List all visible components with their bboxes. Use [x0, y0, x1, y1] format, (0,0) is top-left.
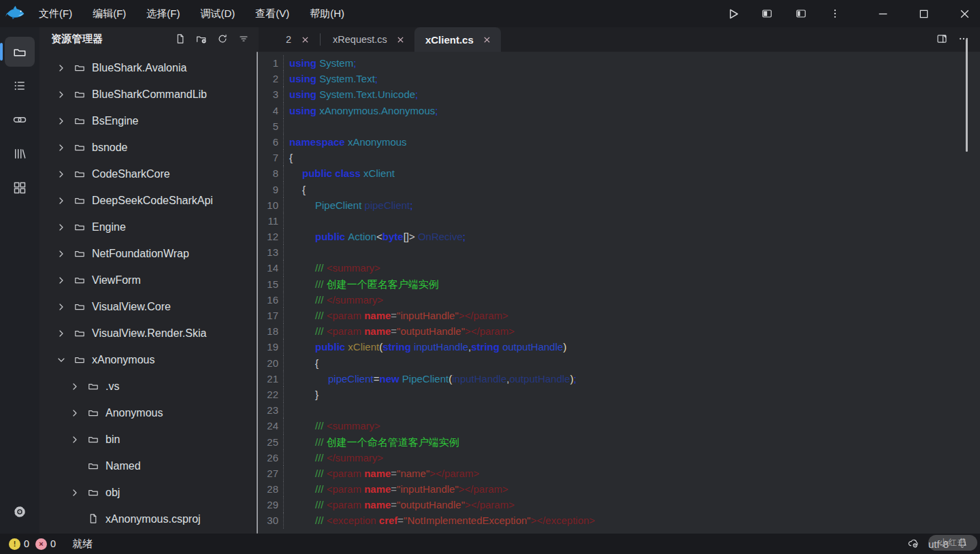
maximize-button[interactable]	[908, 0, 939, 27]
tree-item-bsengine[interactable]: BsEngine	[39, 108, 259, 134]
more-actions-icon[interactable]	[823, 3, 847, 24]
chevron-right-icon[interactable]	[56, 195, 67, 206]
new-folder-icon[interactable]	[193, 31, 210, 47]
layout-panel-icon[interactable]	[789, 3, 813, 24]
tab-xclient.cs[interactable]: xClient.cs	[414, 27, 501, 52]
menu-bar: 文件(F)编辑(F)选择(F)调试(D)查看(V)帮助(H)	[29, 0, 355, 27]
menu-item[interactable]: 文件(F)	[29, 0, 82, 27]
chevron-right-icon[interactable]	[56, 275, 67, 286]
chevron-right-icon[interactable]	[56, 169, 67, 180]
code-line: 5	[259, 118, 980, 134]
split-editor-icon[interactable]	[936, 33, 949, 46]
tree-item-bsnode[interactable]: bsnode	[39, 134, 259, 161]
tab-close-icon[interactable]	[299, 34, 310, 45]
tab-close-icon[interactable]	[395, 34, 406, 45]
chevron-right-icon[interactable]	[56, 222, 67, 233]
tree-item-visualview.core[interactable]: VisualView.Core	[39, 293, 259, 320]
chevron-down-icon[interactable]	[56, 355, 67, 365]
titlebar: 文件(F)编辑(F)选择(F)调试(D)查看(V)帮助(H)	[0, 0, 980, 27]
code-viewport[interactable]: 1using System;2using System.Text;3using …	[259, 52, 980, 534]
chevron-right-icon[interactable]	[56, 116, 67, 127]
active-indicator	[0, 43, 3, 61]
tree-item-.vs[interactable]: .vs	[39, 373, 259, 400]
settings-gear-icon[interactable]	[5, 497, 35, 527]
menu-item[interactable]: 选择(F)	[136, 0, 190, 27]
tree-item-xanonymous.csproj[interactable]: xAnonymous.csproj	[39, 506, 259, 532]
activity-outline-icon[interactable]	[5, 71, 35, 101]
folder-icon	[88, 407, 99, 419]
tree-item-bluesharkcommandlib[interactable]: BlueSharkCommandLib	[39, 81, 259, 108]
chevron-right-icon[interactable]	[69, 487, 80, 498]
chevron-right-icon[interactable]	[56, 142, 67, 153]
activity-extensions-icon[interactable]	[5, 173, 35, 203]
line-number: 19	[259, 339, 284, 355]
folder-icon	[74, 88, 86, 100]
line-content: /// </summary>	[284, 450, 383, 466]
folder-icon	[88, 380, 99, 392]
tree-item-bin[interactable]: bin	[39, 426, 259, 453]
tree-item-codesharkcore[interactable]: CodeSharkCore	[39, 161, 259, 187]
status-bar: ! 0 × 0 就绪 utf-8 小红书	[0, 534, 980, 554]
tree-item-named[interactable]: Named	[39, 453, 259, 479]
menu-item[interactable]: 帮助(H)	[299, 0, 355, 27]
tab-bar: 2xRequest.csxClient.cs	[259, 27, 980, 52]
tree-item-label: BlueShark.Avalonia	[92, 62, 186, 74]
tree-item-label: NetFoundationWrap	[92, 248, 189, 260]
sidebar-title: 资源管理器	[51, 33, 103, 46]
activity-library-icon[interactable]	[5, 139, 35, 169]
run-button[interactable]	[721, 3, 745, 24]
tree-item-visualview.render.skia[interactable]: VisualView.Render.Skia	[39, 320, 259, 346]
chevron-right-icon[interactable]	[56, 248, 67, 259]
tree-item-xanonymous[interactable]: xAnonymous	[39, 346, 259, 373]
line-content: pipeClient=new PipeClient(inputHandle,ou…	[284, 371, 576, 387]
tree-item-netfoundationwrap[interactable]: NetFoundationWrap	[39, 240, 259, 267]
tab-close-icon[interactable]	[482, 34, 493, 45]
chevron-right-icon[interactable]	[56, 302, 67, 312]
line-number: 27	[259, 466, 284, 481]
menu-item[interactable]: 查看(V)	[245, 0, 299, 27]
tab-xrequest.cs[interactable]: xRequest.cs	[322, 27, 414, 52]
chevron-right-icon[interactable]	[56, 89, 67, 100]
code-line: 29/// <param name="outputHandle"></param…	[259, 497, 980, 512]
tree-item-blueshark.avalonia[interactable]: BlueShark.Avalonia	[39, 54, 259, 81]
line-content	[284, 213, 315, 229]
tree-item-label: Named	[105, 460, 141, 472]
chevron-right-icon[interactable]	[56, 63, 67, 74]
chevron-right-icon[interactable]	[69, 408, 80, 419]
chevron-right-icon[interactable]	[69, 434, 80, 445]
line-content: using System.Text.Unicode;	[284, 86, 418, 102]
minimize-button[interactable]	[867, 0, 898, 27]
cloud-offline-icon[interactable]	[908, 538, 920, 550]
layout-sidebar-icon[interactable]	[755, 3, 779, 24]
line-content: public Action<byte[]> OnRecive;	[284, 229, 466, 244]
chevron-right-icon[interactable]	[69, 381, 80, 392]
tree-item-obj[interactable]: obj	[39, 479, 259, 506]
code-line: 4using xAnonymous.Anonymous;	[259, 103, 980, 118]
activity-references-icon[interactable]	[5, 105, 35, 135]
tree-item-viewform[interactable]: ViewForm	[39, 267, 259, 293]
line-number: 16	[259, 292, 284, 308]
sidebar-scrollbar[interactable]	[257, 52, 258, 534]
line-number: 9	[259, 182, 284, 197]
tabs: 2xRequest.csxClient.cs	[275, 27, 501, 52]
editor-more-icon[interactable]	[958, 33, 970, 46]
chevron-right-icon[interactable]	[56, 328, 67, 339]
new-file-icon[interactable]	[172, 31, 189, 47]
menu-item[interactable]: 调试(D)	[190, 0, 245, 27]
problems-summary[interactable]: ! 0 × 0	[0, 538, 59, 550]
line-number: 29	[259, 497, 284, 512]
activity-explorer-icon[interactable]	[5, 37, 35, 67]
close-button[interactable]	[949, 0, 980, 27]
editor-scrollbar[interactable]	[966, 39, 968, 152]
tree-item-anonymous[interactable]: Anonymous	[39, 400, 259, 426]
line-content: {	[284, 355, 318, 371]
tree-item-deepseekcodesharkapi[interactable]: DeepSeekCodeSharkApi	[39, 187, 259, 214]
tree-item-engine[interactable]: Engine	[39, 214, 259, 240]
line-content: {	[284, 182, 306, 197]
filter-icon[interactable]	[235, 31, 252, 47]
tab-2[interactable]: 2	[275, 27, 318, 52]
tree-item-label: VisualView.Core	[92, 301, 171, 313]
refresh-icon[interactable]	[214, 31, 231, 47]
menu-item[interactable]: 编辑(F)	[82, 0, 136, 27]
tree-item-label: ViewForm	[92, 274, 141, 287]
